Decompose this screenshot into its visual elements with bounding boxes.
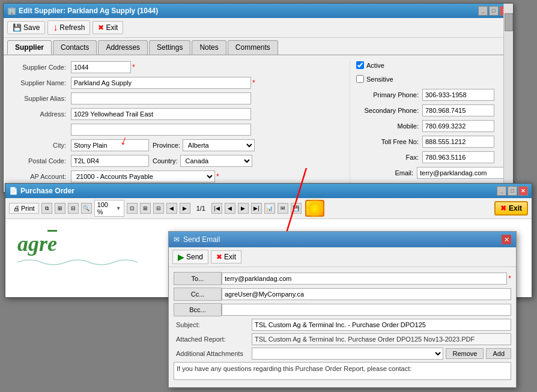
save-icon: 💾 xyxy=(13,23,22,32)
active-label: Active xyxy=(366,62,384,69)
attached-report-label: Attached Report: xyxy=(174,336,252,343)
city-input[interactable] xyxy=(71,139,149,151)
remove-button[interactable]: Remove xyxy=(446,348,484,359)
country-dropdown[interactable]: Canada United States xyxy=(180,155,252,167)
email-dialog-icon: ✉ xyxy=(174,235,180,244)
city-label: City: xyxy=(11,142,71,149)
tab-contacts[interactable]: Contacts xyxy=(53,40,97,55)
save-button[interactable]: 💾 Save xyxy=(7,21,45,34)
supplier-code-input[interactable] xyxy=(71,61,131,73)
tab-addresses[interactable]: Addresses xyxy=(98,40,148,55)
po-first[interactable]: |◀ xyxy=(211,203,222,214)
po-export[interactable]: 📊 xyxy=(264,203,275,214)
po-tool-5[interactable]: ⊟ xyxy=(153,203,164,214)
copy-button[interactable]: ⧉ xyxy=(41,203,52,214)
required-star: * xyxy=(132,63,135,71)
fax-input[interactable] xyxy=(422,151,494,163)
tab-settings[interactable]: Settings xyxy=(149,40,190,55)
scrollbar-thumb[interactable] xyxy=(505,13,513,31)
fax-label: Fax: xyxy=(356,154,422,161)
refresh-arrow: ↓ xyxy=(53,23,58,32)
highlight-button[interactable] xyxy=(305,200,324,217)
toll-free-input[interactable] xyxy=(422,136,494,148)
primary-phone-label: Primary Phone: xyxy=(356,91,422,98)
po-tool-1[interactable]: ⊞ xyxy=(55,203,65,214)
additional-attachments-label: Additional Attachments xyxy=(174,350,252,357)
additional-attachments-dropdown[interactable] xyxy=(252,348,443,360)
address2-input[interactable] xyxy=(71,124,251,136)
bcc-input[interactable] xyxy=(222,304,511,316)
tab-notes[interactable]: Notes xyxy=(192,40,226,55)
po-maximize-button[interactable]: □ xyxy=(508,186,517,196)
po-mail[interactable]: ✉ xyxy=(278,203,288,214)
po-exit-button[interactable]: ✖ Exit xyxy=(494,201,528,216)
cc-input[interactable] xyxy=(222,288,511,300)
supplier-name-input[interactable] xyxy=(71,77,251,89)
to-input[interactable] xyxy=(222,273,507,285)
province-label: Province: xyxy=(153,142,180,149)
primary-phone-input[interactable] xyxy=(422,89,494,101)
supplier-window: 🏢 Edit Supplier: Parkland Ag Supply (104… xyxy=(3,3,514,193)
mobile-input[interactable] xyxy=(422,120,494,132)
print-button[interactable]: 🖨 Print xyxy=(9,203,39,214)
po-close-button[interactable]: ✕ xyxy=(518,186,528,196)
bcc-button[interactable]: Bcc... xyxy=(174,303,222,316)
postal-code-input[interactable] xyxy=(71,155,149,167)
po-prev[interactable]: ◀ xyxy=(225,203,235,214)
to-required: * xyxy=(508,274,511,283)
po-last[interactable]: ▶| xyxy=(251,203,262,214)
toll-free-label: Toll Free No: xyxy=(356,138,422,145)
subject-input[interactable] xyxy=(252,319,511,331)
supplier-alias-input[interactable] xyxy=(71,92,251,104)
po-exit-icon: ✖ xyxy=(500,204,506,213)
to-button[interactable]: To... xyxy=(174,272,222,285)
dialog-toolbar: ▶ Send ✖ Exit xyxy=(169,247,516,267)
active-checkbox[interactable] xyxy=(356,61,364,69)
dialog-exit-button[interactable]: ✖ Exit xyxy=(211,250,241,264)
vertical-scrollbar[interactable] xyxy=(503,4,513,192)
po-save[interactable]: 💾 xyxy=(291,203,302,214)
address-input[interactable] xyxy=(71,108,251,120)
po-next[interactable]: ▶ xyxy=(238,203,249,214)
postal-code-label: Postal Code: xyxy=(11,157,71,164)
attached-report-input xyxy=(252,333,511,345)
agre-logo: agre xyxy=(17,231,138,256)
po-nav-fwd[interactable]: ▶ xyxy=(180,203,190,214)
sensitive-checkbox[interactable] xyxy=(356,75,364,83)
dialog-close-button[interactable]: ✕ xyxy=(502,235,511,244)
refresh-button[interactable]: ↓ Refresh xyxy=(47,20,90,35)
sensitive-label: Sensitive xyxy=(366,76,393,83)
po-tool-3[interactable]: 🔍 xyxy=(81,203,92,214)
secondary-phone-input[interactable] xyxy=(422,104,494,116)
cc-button[interactable]: Cc... xyxy=(174,288,222,301)
mobile-label: Mobile: xyxy=(356,122,422,130)
province-dropdown[interactable]: Alberta British Columbia Saskatchewan Ma… xyxy=(183,139,255,151)
po-tool-4[interactable]: ⊞ xyxy=(140,203,151,214)
add-button[interactable]: Add xyxy=(486,348,511,359)
po-icon: 📄 xyxy=(9,187,18,195)
maximize-button[interactable]: □ xyxy=(489,6,499,16)
po-minimize-button[interactable]: _ xyxy=(497,186,506,196)
sun-icon xyxy=(309,202,321,214)
tab-comments[interactable]: Comments xyxy=(228,40,278,55)
address-label: Address: xyxy=(11,110,71,118)
send-email-dialog: ✉ Send Email ✕ ▶ Send ✖ Exit To... * xyxy=(168,231,517,388)
po-tool-2[interactable]: ⊟ xyxy=(68,203,79,214)
send-icon: ▶ xyxy=(178,252,184,262)
supplier-title: Edit Supplier: Parkland Ag Supply (1044) xyxy=(19,7,158,15)
layout-btn[interactable]: ⊡ xyxy=(127,203,138,214)
supplier-titlebar: 🏢 Edit Supplier: Parkland Ag Supply (104… xyxy=(4,4,513,18)
po-nav-back[interactable]: ◀ xyxy=(166,203,177,214)
supplier-name-label: Supplier Name: xyxy=(11,79,71,86)
supplier-toolbar: 💾 Save ↓ Refresh ✖ Exit xyxy=(4,18,513,38)
minimize-button[interactable]: _ xyxy=(478,6,488,16)
dialog-exit-icon: ✖ xyxy=(216,253,222,261)
required-star-2: * xyxy=(252,79,255,87)
email-input[interactable] xyxy=(417,167,506,179)
exit-icon: ✖ xyxy=(98,23,104,32)
supplier-tabs: Supplier Contacts Addresses Settings Not… xyxy=(4,38,513,55)
send-button[interactable]: ▶ Send xyxy=(172,250,208,264)
tab-supplier[interactable]: Supplier xyxy=(7,40,52,55)
exit-button[interactable]: ✖ Exit xyxy=(93,21,123,34)
ap-account-dropdown[interactable]: 21000 - Accounts Payable 121000 Accounts… xyxy=(71,170,215,182)
